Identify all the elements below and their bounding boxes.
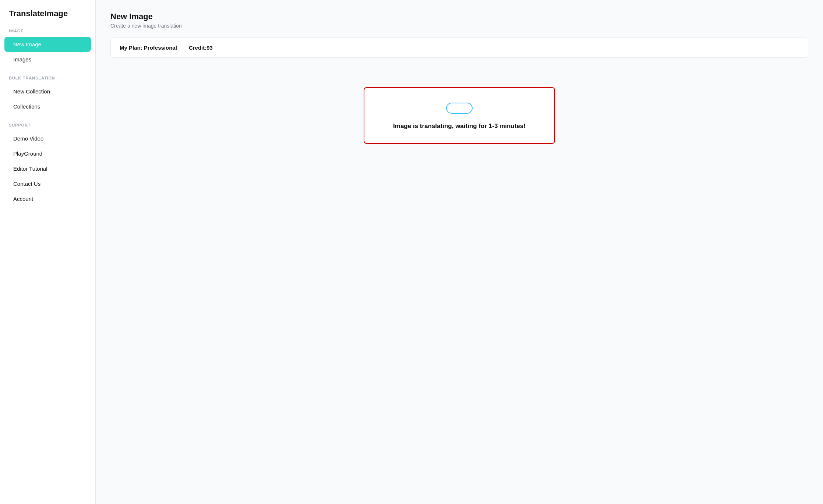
nav-section-support: SUPPORT Demo Video PlayGround Editor Tut… <box>0 123 95 206</box>
page-subtitle: Create a new image translation <box>110 23 808 29</box>
translation-status-container: Image is translating, waiting for 1-3 mi… <box>110 87 808 144</box>
sidebar-item-images[interactable]: Images <box>4 52 91 67</box>
sidebar-item-collections[interactable]: Collections <box>4 99 91 114</box>
sidebar-item-editor-tutorial[interactable]: Editor Tutorial <box>4 161 91 176</box>
app-logo: TranslateImage <box>0 9 95 29</box>
nav-section-image: IMAGE New Image Images <box>0 29 95 67</box>
sidebar-item-account[interactable]: Account <box>4 191 91 206</box>
credit-label: Credit:93 <box>189 45 213 51</box>
nav-section-bulk-translation: BULK TRANSLATION New Collection Collecti… <box>0 76 95 114</box>
loading-spinner <box>446 103 473 114</box>
plan-label: My Plan: Professional <box>120 45 177 51</box>
page-header: New Image Create a new image translation <box>110 12 808 29</box>
section-label-bulk-translation: BULK TRANSLATION <box>0 76 95 84</box>
section-label-image: IMAGE <box>0 29 95 37</box>
sidebar: TranslateImage IMAGE New Image Images BU… <box>0 0 96 504</box>
main-content: New Image Create a new image translation… <box>96 0 823 504</box>
sidebar-item-playground[interactable]: PlayGround <box>4 146 91 161</box>
sidebar-item-demo-video[interactable]: Demo Video <box>4 131 91 146</box>
page-title: New Image <box>110 12 808 21</box>
section-label-support: SUPPORT <box>0 123 95 131</box>
translation-message: Image is translating, waiting for 1-3 mi… <box>393 123 526 130</box>
sidebar-item-contact-us[interactable]: Contact Us <box>4 176 91 191</box>
sidebar-item-new-collection[interactable]: New Collection <box>4 84 91 99</box>
plan-bar: My Plan: Professional Credit:93 <box>110 38 808 58</box>
sidebar-item-new-image[interactable]: New Image <box>4 37 91 52</box>
translation-status-box: Image is translating, waiting for 1-3 mi… <box>364 87 555 144</box>
